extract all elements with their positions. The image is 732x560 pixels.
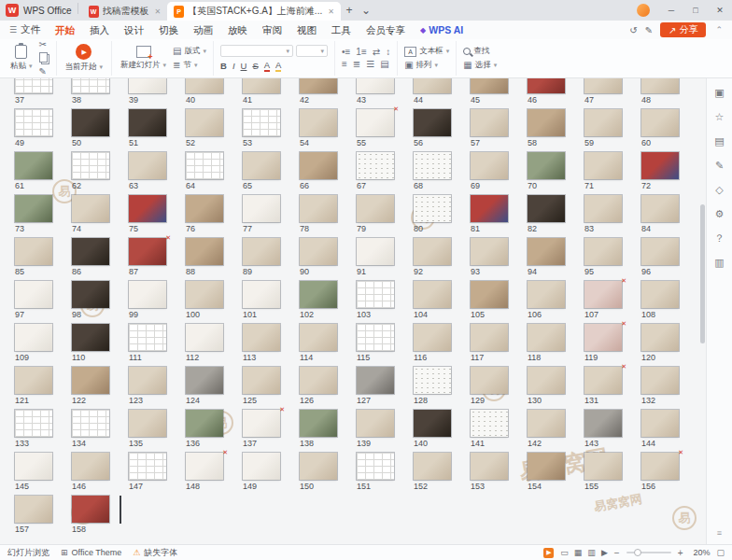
select-button[interactable]: ▦选择▾ bbox=[463, 60, 497, 71]
slide-thumbnail[interactable]: ✕ bbox=[129, 238, 166, 265]
slide-thumbnail[interactable] bbox=[357, 238, 394, 265]
vertical-scrollbar[interactable] bbox=[700, 78, 705, 544]
slide-thumbnail[interactable] bbox=[641, 238, 679, 265]
slide-thumbnail[interactable] bbox=[528, 410, 565, 437]
slide-thumbnail[interactable] bbox=[528, 152, 565, 179]
slide-thumbnail[interactable]: ✕ bbox=[641, 453, 679, 480]
close-icon[interactable]: ✕ bbox=[328, 7, 334, 16]
slide-thumbnail[interactable] bbox=[72, 496, 109, 523]
slide-thumbnail[interactable]: ✕ bbox=[357, 109, 394, 136]
close-button[interactable]: ✕ bbox=[708, 0, 732, 21]
slide-thumbnail[interactable] bbox=[129, 453, 166, 480]
slide-thumbnail[interactable] bbox=[72, 78, 109, 93]
slide-thumbnail[interactable] bbox=[186, 367, 223, 394]
slide-thumbnail[interactable] bbox=[15, 496, 52, 523]
paragraph-tool-icon[interactable]: •≡ bbox=[342, 48, 350, 57]
slide-thumbnail[interactable] bbox=[129, 195, 166, 222]
panel-chart-icon[interactable]: ▤ bbox=[714, 136, 724, 147]
slide-thumbnail[interactable] bbox=[186, 78, 223, 93]
slide-thumbnail[interactable] bbox=[414, 324, 451, 351]
section-button[interactable]: ≣节▾ bbox=[173, 60, 206, 71]
menu-视图[interactable]: 视图 bbox=[289, 21, 324, 39]
slide-thumbnail[interactable] bbox=[15, 324, 52, 351]
slide-thumbnail[interactable] bbox=[186, 281, 223, 308]
slide-thumbnail[interactable] bbox=[641, 109, 679, 136]
slide-thumbnail[interactable] bbox=[584, 109, 622, 136]
slide-thumbnail[interactable] bbox=[414, 195, 451, 222]
new-slide-button[interactable]: 新建幻灯片▾ bbox=[119, 46, 168, 71]
slide-thumbnail[interactable] bbox=[471, 152, 508, 179]
user-avatar[interactable] bbox=[637, 4, 650, 17]
slide-thumbnail[interactable] bbox=[243, 152, 280, 179]
panel-settings-icon[interactable]: ⚙ bbox=[715, 209, 725, 219]
slide-thumbnail[interactable] bbox=[243, 78, 280, 93]
slide-thumbnail[interactable] bbox=[243, 195, 280, 222]
align-tool-icon[interactable]: ▤ bbox=[380, 60, 388, 69]
slide-thumbnail[interactable] bbox=[129, 410, 166, 437]
arrange-button[interactable]: ▣排列▾ bbox=[404, 60, 449, 71]
slide-thumbnail[interactable] bbox=[243, 453, 280, 480]
font-family-select[interactable]: ▾ bbox=[220, 45, 293, 57]
slide-thumbnail[interactable] bbox=[414, 78, 451, 93]
maximize-button[interactable]: □ bbox=[683, 0, 708, 21]
slide-thumbnail[interactable] bbox=[300, 195, 337, 222]
slide-thumbnail[interactable] bbox=[357, 367, 394, 394]
slide-thumbnail[interactable]: ✕ bbox=[129, 78, 166, 93]
font-tool-s[interactable]: S bbox=[252, 61, 258, 71]
slide-thumbnail[interactable] bbox=[15, 78, 52, 93]
slide-thumbnail[interactable] bbox=[528, 367, 565, 394]
collapse-ribbon-icon[interactable]: ⌃ bbox=[713, 25, 725, 35]
slide-thumbnail[interactable] bbox=[414, 109, 451, 136]
zoom-slider[interactable] bbox=[626, 552, 671, 553]
slide-thumbnail[interactable] bbox=[300, 281, 337, 308]
slide-thumbnail[interactable] bbox=[186, 410, 223, 437]
view-switch-icon[interactable]: ▥ bbox=[587, 548, 596, 557]
slide-thumbnail[interactable] bbox=[129, 281, 166, 308]
slide-thumbnail[interactable] bbox=[471, 195, 508, 222]
font-color-button[interactable]: A bbox=[264, 60, 270, 72]
slide-thumbnail[interactable] bbox=[243, 324, 280, 351]
align-tool-icon[interactable]: ≡ bbox=[342, 60, 347, 69]
slide-thumbnail[interactable] bbox=[641, 410, 679, 437]
slide-thumbnail[interactable] bbox=[243, 109, 280, 136]
slide-thumbnail[interactable] bbox=[357, 281, 394, 308]
copy-icon[interactable] bbox=[39, 52, 48, 63]
slide-thumbnail[interactable] bbox=[357, 324, 394, 351]
slide-thumbnail[interactable] bbox=[186, 324, 223, 351]
zoom-in-button[interactable]: + bbox=[678, 548, 683, 558]
view-switch-icon[interactable]: ▶ bbox=[601, 548, 608, 557]
slide-thumbnail[interactable]: ✕ bbox=[186, 453, 223, 480]
slide-thumbnail[interactable]: ✕ bbox=[528, 78, 565, 93]
slide-thumbnail[interactable] bbox=[72, 109, 109, 136]
slide-thumbnail[interactable]: ✕ bbox=[584, 367, 622, 394]
slide-thumbnail[interactable] bbox=[471, 281, 508, 308]
slide-thumbnail[interactable] bbox=[584, 152, 622, 179]
slide-thumbnail[interactable] bbox=[471, 238, 508, 265]
slide-thumbnail[interactable] bbox=[300, 109, 337, 136]
slide-thumbnail[interactable] bbox=[641, 152, 679, 179]
menu-file[interactable]: ☰ 文件 bbox=[7, 23, 48, 36]
layout-button[interactable]: ▤版式▾ bbox=[173, 46, 206, 57]
document-tab[interactable]: P【英国STACK+G.A】上海前滩...✕ bbox=[167, 2, 341, 21]
document-tab[interactable]: W找稿需模板✕ bbox=[82, 2, 168, 21]
slide-thumbnail[interactable] bbox=[186, 152, 223, 179]
slide-thumbnail[interactable] bbox=[357, 78, 394, 93]
menu-切换[interactable]: 切换 bbox=[151, 21, 186, 39]
slide-thumbnail[interactable] bbox=[72, 410, 109, 437]
slide-thumbnail[interactable] bbox=[584, 238, 622, 265]
slide-thumbnail[interactable] bbox=[528, 281, 565, 308]
panel-more-icon[interactable]: ≡ bbox=[717, 528, 722, 539]
slide-thumbnail[interactable] bbox=[300, 453, 337, 480]
slide-thumbnail[interactable] bbox=[414, 281, 451, 308]
paragraph-tool-icon[interactable]: ⇄ bbox=[373, 48, 380, 57]
align-tool-icon[interactable]: ≣ bbox=[353, 60, 360, 69]
font-tool-u[interactable]: U bbox=[241, 61, 247, 71]
slide-thumbnail[interactable] bbox=[641, 195, 679, 222]
panel-edit-icon[interactable]: ✎ bbox=[715, 161, 724, 171]
view-switch-icon[interactable]: ▭ bbox=[560, 548, 569, 557]
menu-wps-ai[interactable]: ◆ WPS AI bbox=[413, 24, 471, 35]
paragraph-tool-icon[interactable]: ↕ bbox=[386, 48, 390, 57]
panel-help-icon[interactable]: ？ bbox=[714, 233, 725, 244]
slide-thumbnail[interactable] bbox=[300, 238, 337, 265]
minimize-button[interactable]: ─ bbox=[659, 0, 683, 21]
